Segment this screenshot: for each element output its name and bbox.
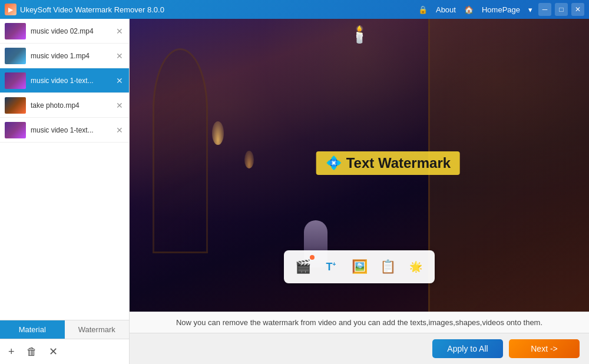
add-image-button[interactable]: 🖼️	[346, 254, 372, 280]
delete-file-button[interactable]: 🗑	[25, 344, 38, 359]
sidebar: music video 02.mp4 ✕ music video 1.mp4 ✕…	[0, 19, 130, 364]
remove-file-button[interactable]: ✕	[115, 125, 124, 135]
add-image-icon: 🖼️	[352, 259, 368, 274]
lock-icon[interactable]: 🔒	[418, 5, 428, 14]
file-list: music video 02.mp4 ✕ music video 1.mp4 ✕…	[0, 19, 129, 320]
file-thumbnail	[5, 48, 26, 64]
bottom-bar: Apply to All Next ->	[130, 333, 589, 364]
info-text: Now you can remove the watermark from vi…	[176, 318, 542, 327]
remove-file-button[interactable]: ✕	[115, 76, 124, 85]
video-background: 🕯️ 💠 Text Watermark 🎬 T+	[130, 19, 589, 312]
clear-file-button[interactable]: ✕	[48, 344, 59, 359]
sidebar-tabs: Material Watermark	[0, 320, 129, 339]
dropdown-icon[interactable]: ▾	[528, 5, 532, 14]
add-shape-icon: 🌟	[409, 260, 422, 273]
list-item[interactable]: music video 1-text... ✕	[0, 118, 129, 143]
info-bar: Now you can remove the watermark from vi…	[130, 312, 589, 333]
main-layout: music video 02.mp4 ✕ music video 1.mp4 ✕…	[0, 19, 589, 364]
file-thumbnail	[5, 72, 26, 89]
file-name: music video 02.mp4	[31, 27, 115, 35]
add-clip-icon: 📋	[380, 259, 396, 274]
add-text-button[interactable]: T+	[318, 254, 344, 280]
home-icon[interactable]: 🏠	[464, 5, 474, 14]
light-decoration-2	[244, 151, 254, 168]
app-logo: ▶	[5, 4, 16, 15]
add-shape-button[interactable]: 🌟	[403, 254, 429, 280]
homepage-link[interactable]: HomePage	[482, 5, 520, 14]
toolbar-strip: 🎬 T+ 🖼️ 📋 🌟	[284, 250, 435, 283]
file-thumbnail	[5, 97, 26, 114]
active-badge	[310, 255, 315, 260]
close-button[interactable]: ✕	[571, 3, 584, 16]
title-nav: 🔒 About 🏠 HomePage ▾	[418, 5, 532, 14]
sidebar-actions: + 🗑 ✕	[0, 339, 129, 364]
content-area: 🕯️ 💠 Text Watermark 🎬 T+	[130, 19, 589, 364]
watermark-icon: 💠	[326, 155, 342, 171]
about-link[interactable]: About	[436, 5, 456, 14]
file-name: take photo.mp4	[31, 101, 115, 110]
title-bar: ▶ UkeySoft Video Watermark Remover 8.0.0…	[0, 0, 589, 19]
file-name: music video 1-text...	[31, 77, 115, 85]
chandelier-decoration: 🕯️	[349, 25, 370, 44]
list-item[interactable]: music video 02.mp4 ✕	[0, 19, 129, 44]
remove-file-button[interactable]: ✕	[115, 27, 124, 36]
tab-material[interactable]: Material	[0, 320, 65, 339]
window-controls: ─ □ ✕	[538, 3, 584, 16]
next-button[interactable]: Next ->	[509, 339, 580, 358]
add-file-button[interactable]: +	[7, 344, 16, 359]
apply-to-all-button[interactable]: Apply to All	[432, 339, 503, 358]
video-preview: 🕯️ 💠 Text Watermark 🎬 T+	[130, 19, 589, 312]
add-text-icon: T+	[326, 261, 336, 273]
add-video-button[interactable]: 🎬	[290, 254, 316, 280]
arch-decoration	[153, 48, 208, 253]
list-item[interactable]: music video 1-text... ✕	[0, 68, 129, 93]
minimize-button[interactable]: ─	[538, 3, 551, 16]
file-name: music video 1.mp4	[31, 52, 115, 60]
list-item[interactable]: music video 1.mp4 ✕	[0, 44, 129, 68]
remove-file-button[interactable]: ✕	[115, 51, 124, 61]
watermark-text: Text Watermark	[346, 155, 451, 171]
file-thumbnail	[5, 122, 26, 138]
list-item[interactable]: take photo.mp4 ✕	[0, 93, 129, 118]
maximize-button[interactable]: □	[555, 3, 568, 16]
tab-watermark[interactable]: Watermark	[65, 320, 130, 339]
add-video-icon: 🎬	[295, 259, 311, 274]
file-thumbnail	[5, 23, 26, 39]
remove-file-button[interactable]: ✕	[115, 101, 124, 110]
file-name: music video 1-text...	[31, 126, 115, 134]
add-clip-button[interactable]: 📋	[375, 254, 401, 280]
watermark-overlay[interactable]: 💠 Text Watermark	[316, 151, 460, 175]
app-title: UkeySoft Video Watermark Remover 8.0.0	[20, 5, 418, 14]
